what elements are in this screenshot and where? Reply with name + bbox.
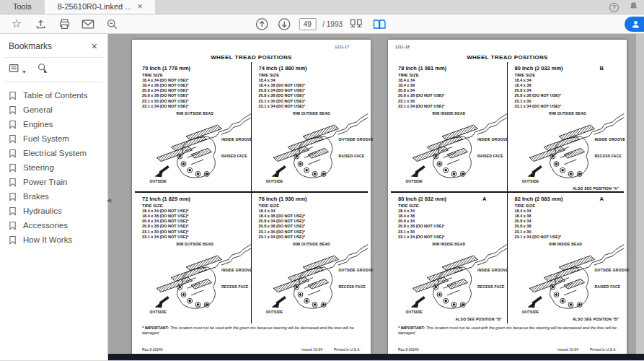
important-footnote: * IMPORTANT: This location must not be u… — [388, 323, 627, 336]
vertical-scrollbar[interactable] — [636, 34, 644, 354]
page-title: WHEEL TREAD POSITIONS — [388, 54, 627, 61]
pdf-page-left: 1211-17 WHEEL TREAD POSITIONS 70 Inch (1… — [132, 40, 371, 356]
tab-close-icon[interactable]: × — [137, 3, 142, 10]
find-current-bookmark-icon[interactable] — [37, 63, 48, 77]
bottom-taskbar-strip — [108, 354, 644, 360]
axle-diagram: RIM OUTSIDE BEAD OUTSIDE GROOVE RAISED F… — [259, 110, 367, 191]
axle-diagram: RIM INSIDE BEAD INSIDE GROOVE RECESS FAC… — [398, 240, 506, 321]
organize-pages-icon[interactable] — [349, 16, 365, 32]
bookmark-item-electrical-system[interactable]: Electrical System — [9, 146, 107, 160]
bookmark-item-how-it-works[interactable]: How It Works — [9, 232, 107, 247]
axle-diagram: RIM OUTSIDE BEAD INSIDE GROOVE RECESS FA… — [142, 240, 250, 321]
bell-icon[interactable] — [629, 1, 638, 14]
tab-bar: Tools 8-25610R0-Linked ... × ? — [0, 0, 644, 14]
tread-position-80-inch-b: 80 Inch (2 032 mm)B TIRE SIZE 18.4 x 34 … — [508, 62, 625, 193]
bookmark-item-power-train[interactable]: Power Train — [9, 175, 107, 189]
help-icon[interactable]: ? — [609, 3, 619, 12]
page-number-input[interactable] — [299, 18, 316, 30]
axle-diagram: RIM INSIDE BEAD OUTSIDE GROOVE RAISED FA… — [515, 240, 623, 321]
tab-document[interactable]: 8-25610R0-Linked ... × — [45, 0, 156, 14]
tread-position-74-inch: 74 Inch (1 880 mm) TIRE SIZE 18.4 x 34 1… — [252, 62, 369, 193]
tread-position-82-inch-a: 82 Inch (2 083 mm)A TIRE SIZE 18.4 x 34 … — [508, 193, 625, 323]
bookmark-item-table-of-contents[interactable]: Table of Contents — [9, 88, 107, 103]
tire-size-list: 18.4 x 34 (DO NOT USE)* 18.4 x 38 (DO NO… — [142, 209, 250, 240]
tread-position-78-inch: 78 Inch (1 981 mm) TIRE SIZE 18.4 x 34 1… — [391, 62, 508, 193]
tire-size-list: 18.4 x 34 (DO NOT USE)* 18.4 x 38 (DO NO… — [142, 78, 250, 109]
two-page-view-icon[interactable] — [371, 16, 387, 32]
tread-position-76-inch: 76 Inch (1 930 mm) TIRE SIZE 18.4 x 34 1… — [252, 193, 369, 323]
bookmark-item-brakes[interactable]: Brakes — [9, 189, 107, 204]
page-footer: Rac 8-26240 Issued 10-84Printed in U.S.A… — [142, 347, 361, 352]
axle-diagram: RIM OUTSIDE BEAD INSIDE GROOVE RECESS FA… — [515, 110, 623, 191]
tread-position-80-inch-a: 80 Inch (2 032 mm)A TIRE SIZE 18.4 x 34 … — [391, 193, 508, 323]
previous-page-icon[interactable] — [254, 16, 270, 32]
share-upload-icon[interactable] — [32, 16, 48, 32]
sidebar-collapse-icon[interactable]: ◀ — [105, 189, 113, 211]
tread-position-72-inch: 72 Inch (1 829 mm) TIRE SIZE 18.4 x 34 (… — [135, 193, 252, 323]
page-number: 1211-18 — [395, 45, 410, 49]
axle-diagram: RIM INSIDE BEAD INSIDE GROOVE RAISED FAC… — [398, 110, 506, 191]
tire-size-list: 18.4 x 34 18.4 x 38 20.8 x 34 20.8 x 38 … — [515, 78, 623, 109]
bookmark-item-steering[interactable]: Steering — [9, 160, 107, 175]
pdf-page-right: 1211-18 WHEEL TREAD POSITIONS 78 Inch (1… — [388, 40, 627, 356]
tire-size-list: 18.4 x 34 18.4 x 38 20.8 x 34 20.8 x 38 … — [398, 209, 506, 240]
acrobat-window: Tools 8-25610R0-Linked ... × ? ☆ — [0, 0, 644, 361]
tire-size-list: 18.4 x 34 18.4 x 38 20.8 x 34 20.8 x 38 … — [398, 78, 506, 109]
tire-size-list: 18.4 x 34 18.4 x 38 (DO NOT USE)* 20.8 x… — [259, 209, 367, 240]
bookmarks-close-icon[interactable]: × — [92, 43, 97, 50]
favorite-star-icon[interactable]: ☆ — [9, 16, 25, 32]
document-view[interactable]: 1211-17 WHEEL TREAD POSITIONS 70 Inch (1… — [108, 34, 644, 360]
axle-diagram: RIM OUTSIDE BEAD INSIDE GROOVE RAISED FA… — [142, 110, 250, 191]
bookmarks-list: Table of Contents General Engines Fuel S… — [0, 82, 107, 247]
page-number: 1211-17 — [335, 45, 349, 49]
important-footnote: * IMPORTANT: This location must not be u… — [132, 323, 371, 336]
bookmark-item-accessories[interactable]: Accessories — [9, 218, 107, 232]
toolbar: ☆ / 1993 — [0, 14, 644, 34]
bookmarks-panel: Bookmarks × ▼ Table of Contents G — [0, 34, 108, 360]
search-magnifier-icon[interactable] — [104, 16, 120, 32]
bookmark-item-hydraulics[interactable]: Hydraulics — [9, 204, 107, 218]
bookmark-options-icon[interactable]: ▼ — [9, 64, 27, 77]
bookmark-item-general[interactable]: General — [9, 103, 107, 117]
tab-document-label: 8-25610R0-Linked ... — [58, 2, 132, 11]
bookmarks-panel-title: Bookmarks — [9, 41, 52, 51]
page-footer: Rac 8-26240 Issued 10-84Printed in U.S.A… — [398, 347, 617, 352]
email-icon[interactable] — [80, 16, 96, 32]
tab-tools-label: Tools — [13, 2, 32, 11]
tire-size-list: 18.4 x 34 18.4 x 38 (DO NOT USE)* 20.8 x… — [259, 78, 367, 109]
bookmark-item-fuel-system[interactable]: Fuel System — [9, 131, 107, 146]
tire-size-list: 18.4 x 34 18.4 x 38 20.8 x 34 20.8 x 38 … — [515, 209, 623, 240]
page-title: WHEEL TREAD POSITIONS — [132, 54, 371, 61]
page-count-label: / 1993 — [322, 20, 343, 28]
next-page-icon[interactable] — [276, 16, 292, 32]
tab-tools[interactable]: Tools — [0, 0, 45, 14]
sign-in-person-button[interactable] — [625, 17, 644, 32]
print-icon[interactable] — [56, 16, 72, 32]
tread-position-70-inch: 70 Inch (1 778 mm) TIRE SIZE 18.4 x 34 (… — [135, 62, 252, 193]
bookmark-item-engines[interactable]: Engines — [9, 117, 107, 131]
axle-diagram: RIM OUTSIDE BEAD OUTSIDE GROOVE RECESS F… — [259, 240, 367, 321]
